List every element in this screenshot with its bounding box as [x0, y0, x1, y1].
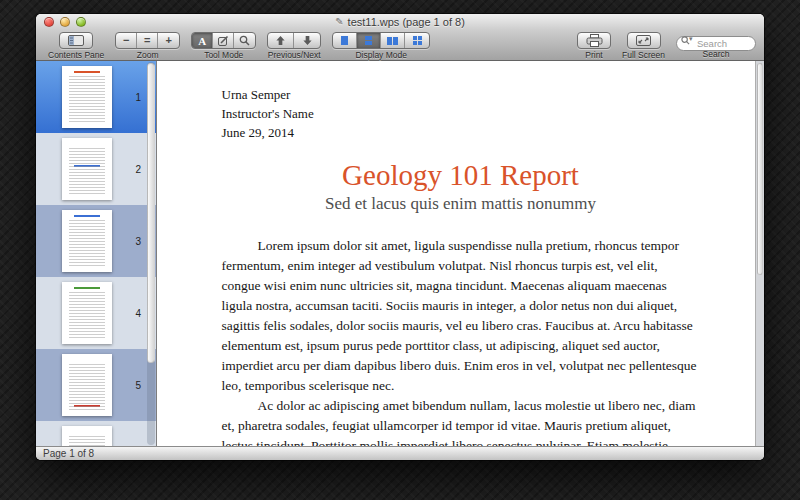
- previous-next-label: Previous/Next: [268, 50, 321, 60]
- full-screen-icon: [636, 35, 651, 46]
- page-thumbnail[interactable]: [62, 354, 112, 416]
- contents-pane-group: Contents Pane: [48, 32, 104, 60]
- document-title: Geology 101 Report: [222, 158, 700, 192]
- contents-pane-label: Contents Pane: [48, 50, 104, 60]
- zoom-in-button[interactable]: +: [158, 33, 179, 48]
- two-pages-icon: [387, 37, 398, 45]
- search-scope-caret-icon[interactable]: ▾: [689, 35, 693, 43]
- print-group: Print: [577, 32, 611, 60]
- previous-next-group: Previous/Next: [267, 32, 321, 60]
- print-label: Print: [585, 50, 602, 60]
- window-title-text: test11.wps (page 1 of 8): [348, 16, 465, 28]
- annotate-tool-button[interactable]: [213, 33, 234, 48]
- arrow-up-icon: [275, 35, 286, 46]
- page-number: 5: [135, 380, 141, 391]
- page-thumbnail[interactable]: [62, 66, 112, 128]
- page-thumbnail[interactable]: [62, 138, 112, 200]
- paragraph: Ac dolor ac adipiscing amet bibendum nul…: [222, 396, 700, 446]
- previous-page-button[interactable]: [268, 33, 294, 48]
- page-number: 4: [135, 308, 141, 319]
- annotate-tool-icon: [218, 35, 229, 46]
- page-status-text: Page 1 of 8: [43, 448, 94, 459]
- thumbnails-sidebar: 1 2 3 4 5: [36, 61, 156, 446]
- page-number: 1: [135, 92, 141, 103]
- document-view[interactable]: Urna Semper Instructor's Name June 29, 2…: [156, 61, 764, 446]
- continuous-mode-button[interactable]: [357, 33, 381, 48]
- magnify-tool-button[interactable]: [234, 33, 255, 48]
- single-page-mode-button[interactable]: [333, 33, 357, 48]
- arrow-down-icon: [302, 35, 313, 46]
- desktop: ✎ test11.wps (page 1 of 8): [0, 0, 800, 500]
- full-screen-label: Full Screen: [622, 50, 665, 60]
- zoom-label: Zoom: [137, 50, 159, 60]
- document-proxy-icon[interactable]: ✎: [335, 17, 343, 27]
- thumbnail-row-5[interactable]: 5: [36, 349, 156, 421]
- author-line: Urna Semper: [222, 85, 700, 104]
- close-button[interactable]: [44, 17, 54, 27]
- thumbnail-row-6[interactable]: 6: [36, 421, 156, 446]
- page-number: 2: [135, 164, 141, 175]
- document-body: Lorem ipsum dolor sit amet, ligula suspe…: [222, 236, 700, 446]
- toolbar: Contents Pane − = + Zoom A: [36, 30, 764, 61]
- instructor-line: Instructor's Name: [222, 104, 700, 123]
- continuous-pages-icon: [365, 36, 372, 45]
- contents-pane-button[interactable]: [60, 33, 92, 48]
- two-pages-continuous-mode-button[interactable]: [405, 33, 429, 48]
- single-page-icon: [341, 36, 348, 45]
- page-thumbnail[interactable]: [62, 282, 112, 344]
- printer-icon: [586, 34, 603, 47]
- page-number: 3: [135, 236, 141, 247]
- actual-size-button[interactable]: =: [137, 33, 158, 48]
- display-mode-label: Display Mode: [355, 50, 407, 60]
- grid-pages-icon: [413, 36, 422, 45]
- sidebar-panel-icon: [68, 35, 84, 46]
- display-mode-group: Display Mode: [332, 32, 430, 60]
- minimize-button[interactable]: [60, 17, 70, 27]
- traffic-lights: [44, 17, 86, 27]
- zoom-group: − = + Zoom: [115, 32, 180, 60]
- thumbnail-row-1[interactable]: 1: [36, 61, 156, 133]
- search-group: ▾ Search: [676, 32, 756, 59]
- next-page-button[interactable]: [294, 33, 320, 48]
- thumbnail-row-3[interactable]: 3: [36, 205, 156, 277]
- window-title: ✎ test11.wps (page 1 of 8): [335, 16, 465, 28]
- magnifier-tool-icon: [239, 35, 250, 46]
- status-bar: Page 1 of 8: [36, 446, 764, 460]
- thumbnail-row-4[interactable]: 4: [36, 277, 156, 349]
- document-scrollbar-thumb[interactable]: [757, 63, 763, 275]
- title-bar[interactable]: ✎ test11.wps (page 1 of 8): [36, 14, 764, 30]
- date-line: June 29, 2014: [222, 123, 700, 142]
- document-page: Urna Semper Instructor's Name June 29, 2…: [222, 61, 700, 446]
- tool-mode-group: A Tool Mode: [191, 32, 256, 60]
- window-content: 1 2 3 4 5: [36, 61, 764, 446]
- sidebar-scrollbar-thumb[interactable]: [147, 63, 155, 363]
- paragraph: Lorem ipsum dolor sit amet, ligula suspe…: [222, 236, 700, 396]
- full-screen-button[interactable]: [628, 33, 660, 48]
- full-screen-group: Full Screen: [622, 32, 665, 60]
- document-scrollbar-track[interactable]: [755, 61, 764, 446]
- two-pages-mode-button[interactable]: [381, 33, 405, 48]
- tool-mode-label: Tool Mode: [204, 50, 243, 60]
- zoom-window-button[interactable]: [76, 17, 86, 27]
- page-thumbnail[interactable]: [62, 426, 112, 446]
- print-button[interactable]: [578, 33, 610, 48]
- zoom-out-button[interactable]: −: [116, 33, 137, 48]
- document-subtitle: Sed et lacus quis enim mattis nonummy: [222, 192, 700, 216]
- text-tool-button[interactable]: A: [192, 33, 213, 48]
- document-header: Urna Semper Instructor's Name June 29, 2…: [222, 85, 700, 142]
- page-thumbnail[interactable]: [62, 210, 112, 272]
- app-window: ✎ test11.wps (page 1 of 8): [36, 14, 764, 460]
- thumbnail-row-2[interactable]: 2: [36, 133, 156, 205]
